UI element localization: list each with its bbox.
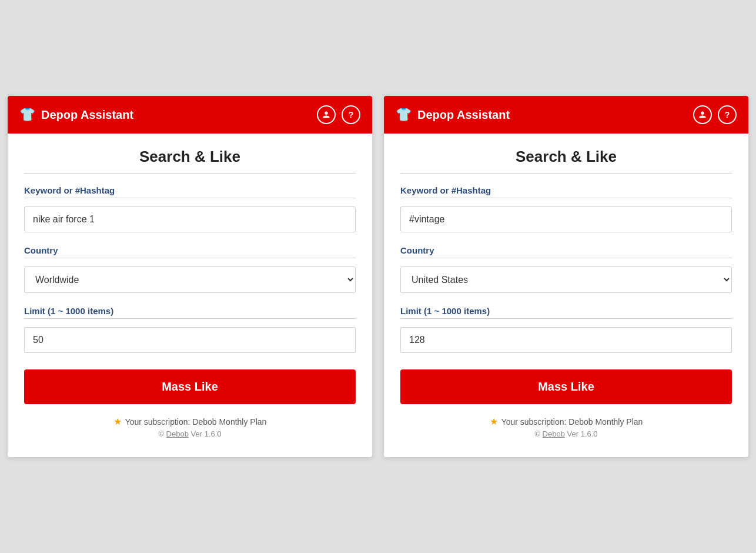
header-right: 👕 Depop Assistant ? <box>384 96 748 134</box>
content-right: Search & Like Keyword or #Hashtag Countr… <box>384 134 748 457</box>
panel-left: 👕 Depop Assistant ? Search & Like Keywor… <box>8 96 372 457</box>
keyword-label-left: Keyword or #Hashtag <box>24 185 356 198</box>
limit-input-left[interactable] <box>24 327 356 353</box>
subscription-text-right: Your subscription: Debob Monthly Plan <box>501 417 643 427</box>
country-select-right[interactable]: Worldwide United States United Kingdom A… <box>400 266 732 293</box>
limit-label-right: Limit (1 ~ 1000 items) <box>400 306 732 319</box>
star-icon-left: ★ <box>113 416 122 427</box>
limit-group-right: Limit (1 ~ 1000 items) <box>400 306 732 353</box>
debob-link-right[interactable]: Debob <box>543 429 565 438</box>
person-icon-left[interactable] <box>317 105 336 124</box>
mass-like-button-right[interactable]: Mass Like <box>400 369 732 404</box>
app-title-left: Depop Assistant <box>41 108 133 122</box>
keyword-group-right: Keyword or #Hashtag <box>400 185 732 232</box>
country-select-left[interactable]: Worldwide United States United Kingdom A… <box>24 266 356 293</box>
copyright-line-right: © Debob Ver 1.6.0 <box>400 429 732 438</box>
subscription-text-left: Your subscription: Debob Monthly Plan <box>125 417 267 427</box>
limit-input-right[interactable] <box>400 327 732 353</box>
mass-like-button-left[interactable]: Mass Like <box>24 369 356 404</box>
shirt-icon-right: 👕 <box>396 107 412 122</box>
country-group-left: Country Worldwide United States United K… <box>24 245 356 293</box>
section-title-right: Search & Like <box>400 148 732 174</box>
country-label-left: Country <box>24 245 356 258</box>
keyword-input-left[interactable] <box>24 206 356 232</box>
keyword-label-right: Keyword or #Hashtag <box>400 185 732 198</box>
keyword-group-left: Keyword or #Hashtag <box>24 185 356 232</box>
subscription-line-left: ★ Your subscription: Debob Monthly Plan <box>24 416 356 427</box>
subscription-line-right: ★ Your subscription: Debob Monthly Plan <box>400 416 732 427</box>
help-icon-left[interactable]: ? <box>342 105 360 124</box>
app-title-right: Depop Assistant <box>417 108 510 122</box>
section-title-left: Search & Like <box>24 148 356 174</box>
header-left: 👕 Depop Assistant ? <box>8 96 372 134</box>
keyword-input-right[interactable] <box>400 206 732 232</box>
footer-left: ★ Your subscription: Debob Monthly Plan … <box>24 416 356 441</box>
person-icon-right[interactable] <box>693 105 712 124</box>
panel-right: 👕 Depop Assistant ? Search & Like Keywor… <box>384 96 748 457</box>
content-left: Search & Like Keyword or #Hashtag Countr… <box>8 134 372 457</box>
limit-label-left: Limit (1 ~ 1000 items) <box>24 306 356 319</box>
help-icon-right[interactable]: ? <box>718 105 737 124</box>
country-group-right: Country Worldwide United States United K… <box>400 245 732 293</box>
debob-link-left[interactable]: Debob <box>166 429 189 438</box>
country-label-right: Country <box>400 245 732 258</box>
footer-right: ★ Your subscription: Debob Monthly Plan … <box>400 416 732 441</box>
limit-group-left: Limit (1 ~ 1000 items) <box>24 306 356 353</box>
copyright-line-left: © Debob Ver 1.6.0 <box>24 429 356 438</box>
star-icon-right: ★ <box>490 416 498 427</box>
panels-container: 👕 Depop Assistant ? Search & Like Keywor… <box>8 96 748 457</box>
shirt-icon: 👕 <box>19 107 35 122</box>
